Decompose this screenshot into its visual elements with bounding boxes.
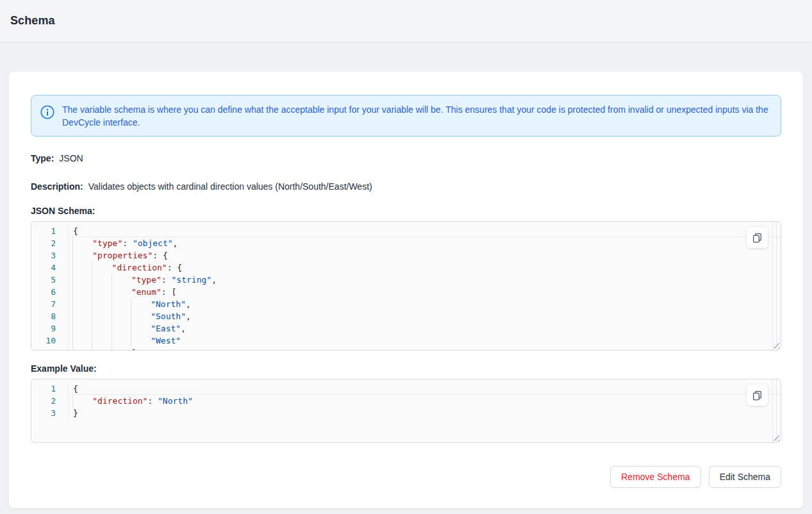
copy-button[interactable] (747, 385, 768, 406)
line-number: 3 (31, 249, 68, 261)
code-line[interactable]: 1{ (31, 383, 781, 395)
indent-guide (72, 237, 92, 249)
indent-guide (72, 335, 92, 347)
line-number: 7 (31, 298, 68, 310)
indent-guide (112, 274, 131, 286)
code-line[interactable]: 2"direction": "North" (31, 395, 781, 407)
line-number: 1 (31, 225, 68, 237)
indent-guide (112, 335, 131, 347)
example-value-editor[interactable]: 1{2"direction": "North"3} (31, 379, 781, 443)
line-number: 3 (31, 407, 68, 419)
indent-guide (92, 298, 112, 310)
code-line[interactable]: 6"enum": [ (31, 286, 781, 298)
type-label: Type: (31, 153, 54, 163)
copy-button[interactable] (747, 227, 768, 248)
line-number: 2 (31, 395, 68, 407)
scrollbar-track[interactable] (772, 222, 777, 350)
code-line[interactable]: 10"West" (31, 335, 781, 347)
line-number: 4 (31, 261, 68, 274)
line-number: 1 (31, 383, 68, 395)
indent-guide (72, 298, 92, 310)
indent-guide (92, 335, 112, 347)
editor-content: 1{2"direction": "North"3} (31, 379, 781, 419)
indent-guide (112, 298, 131, 310)
line-number: 10 (31, 335, 68, 347)
line-number: 2 (31, 237, 68, 249)
indent-guide (131, 322, 151, 335)
example-value-label: Example Value: (31, 362, 781, 375)
indent-guide (131, 298, 151, 310)
info-alert-text: The variable schema is where you can def… (62, 103, 770, 129)
indent-guide (112, 347, 131, 351)
indent-guide (112, 310, 131, 322)
indent-guide (112, 286, 131, 298)
code-line[interactable]: 7"North", (31, 298, 781, 310)
description-value: Validates objects with cardinal directio… (88, 181, 372, 192)
line-number: 6 (31, 286, 68, 298)
indent-guide (92, 310, 112, 322)
edit-schema-button[interactable]: Edit Schema (709, 466, 781, 488)
indent-guide (72, 249, 92, 261)
indent-guide (92, 286, 112, 298)
indent-guide (92, 274, 112, 286)
info-alert: The variable schema is where you can def… (31, 95, 781, 137)
indent-guide (72, 347, 92, 351)
line-number: 9 (31, 322, 68, 335)
description-row: Description:Validates objects with cardi… (31, 180, 781, 193)
indent-guide (72, 310, 92, 322)
description-label: Description: (31, 181, 83, 192)
indent-guide (72, 395, 92, 407)
code-line[interactable]: 3} (31, 407, 781, 419)
code-line[interactable]: 3"properties": { (31, 249, 781, 261)
indent-guide (92, 261, 112, 274)
indent-guide (72, 286, 92, 298)
page-title: Schema (10, 14, 55, 28)
code-line[interactable]: 1{ (31, 225, 781, 237)
type-row: Type:JSON (31, 152, 781, 165)
indent-guide (92, 322, 112, 335)
line-number: 5 (31, 274, 68, 286)
actions-row: Remove Schema Edit Schema (31, 466, 781, 488)
indent-guide (92, 347, 112, 351)
remove-schema-button[interactable]: Remove Schema (610, 466, 700, 488)
code-line[interactable]: 4"direction": { (31, 261, 781, 274)
page-header: Schema (0, 0, 812, 42)
copy-icon (752, 390, 763, 401)
code-line[interactable]: 11] (31, 347, 781, 351)
indent-guide (72, 322, 92, 335)
json-schema-label: JSON Schema: (31, 204, 781, 217)
json-schema-editor[interactable]: 1{2"type": "object",3"properties": {4"di… (31, 221, 781, 351)
code-line[interactable]: 5"type": "string", (31, 274, 781, 286)
line-number: 11 (31, 347, 68, 351)
indent-guide (131, 310, 151, 322)
indent-guide (112, 322, 131, 335)
indent-guide (72, 274, 92, 286)
copy-icon (752, 232, 763, 243)
code-line[interactable]: 9"East", (31, 322, 781, 335)
scrollbar-track[interactable] (772, 379, 777, 442)
schema-card: The variable schema is where you can def… (9, 72, 803, 508)
type-value: JSON (59, 153, 83, 163)
editor-content: 1{2"type": "object",3"properties": {4"di… (31, 222, 781, 351)
indent-guide (131, 335, 151, 347)
code-line[interactable]: 2"type": "object", (31, 237, 781, 249)
info-icon (40, 105, 54, 121)
code-line[interactable]: 8"South", (31, 310, 781, 322)
indent-guide (72, 261, 92, 274)
line-number: 8 (31, 310, 68, 322)
